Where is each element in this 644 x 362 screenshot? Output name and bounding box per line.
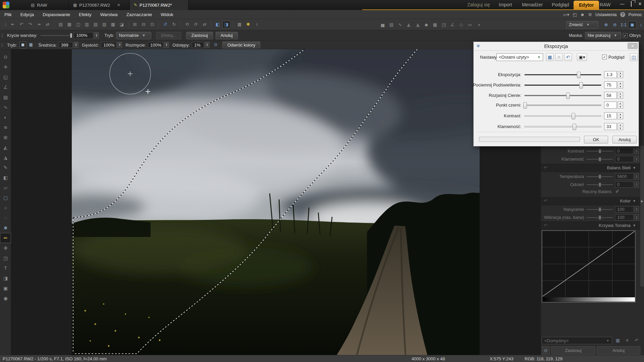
zoom-fit-height-button[interactable]: ↕: [637, 21, 644, 28]
quick-preview-icon[interactable]: ⊙: [542, 346, 550, 355]
clone-stamp-tool[interactable]: ⊞: [0, 132, 11, 142]
paste-button[interactable]: ⊟: [140, 21, 148, 28]
deform-button[interactable]: ◳: [440, 21, 448, 28]
minimize-button[interactable]: —: [618, 1, 626, 7]
help-button[interactable]: Pomoc: [629, 12, 642, 17]
export-button[interactable]: ◫: [74, 21, 82, 28]
white-balance-header[interactable]: ↶ Balans Bieli ▼: [541, 164, 640, 172]
zoom-fit-select[interactable]: Zmieść▼: [566, 21, 598, 28]
save-button[interactable]: ▦: [65, 21, 73, 28]
row-grip[interactable]: ⣿: [1, 43, 4, 47]
undo-history-button[interactable]: ↺: [161, 21, 169, 28]
move-selection-tool[interactable]: ✜: [0, 243, 11, 253]
side-preview-button[interactable]: ◧: [214, 21, 222, 28]
straighten-button[interactable]: ∠: [448, 21, 457, 28]
punkt-czerni-value[interactable]: 0: [604, 102, 617, 109]
preset-options-button[interactable]: ▣▾: [577, 53, 587, 61]
kontrast-dialog-stepper[interactable]: ▲▼: [618, 112, 623, 119]
collapse-icon[interactable]: ▼: [633, 199, 636, 203]
temperatura-slider[interactable]: [587, 176, 613, 177]
levels-button[interactable]: ▤: [387, 21, 395, 28]
delete-preset-button[interactable]: ✕: [555, 53, 563, 61]
rotate-left-button[interactable]: ⟲: [183, 21, 191, 28]
denoise-button[interactable]: ▩: [431, 21, 439, 28]
ekspozycja-stepper[interactable]: ▲▼: [618, 71, 623, 78]
compare-button[interactable]: ⇄: [44, 21, 52, 28]
curves-tool[interactable]: ∿: [0, 102, 11, 112]
preview-checkbox[interactable]: ✓: [602, 55, 607, 59]
sidebar-preset-select[interactable]: <Domyślny> ▼: [542, 337, 612, 344]
blur-tool[interactable]: ◮: [0, 153, 11, 163]
clipping-warning-button[interactable]: ✱: [244, 21, 252, 28]
frame-tool[interactable]: ▣: [0, 283, 11, 293]
highlights-button[interactable]: ◮: [414, 21, 422, 28]
rozjasnij-stepper[interactable]: ▲▼: [618, 92, 623, 99]
zoom-in-button[interactable]: ⊕: [602, 21, 610, 28]
lasso-tool[interactable]: ◌: [0, 213, 11, 223]
diameter-stepper[interactable]: ▲▼: [73, 42, 78, 48]
print-button[interactable]: ▥: [83, 21, 91, 28]
sidebar-apply-button[interactable]: Zastosuj: [551, 346, 595, 355]
curves-button[interactable]: ∿: [396, 21, 404, 28]
ekspozycja-value[interactable]: 1.3: [604, 71, 617, 78]
dialog-close-button[interactable]: ✕: [628, 43, 638, 49]
brush-picker-icon[interactable]: ⊙: [212, 42, 219, 48]
gear-icon[interactable]: ⚙: [588, 12, 592, 17]
menu-warstwa[interactable]: Warstwa: [96, 12, 122, 17]
fill-tool[interactable]: ◧: [0, 173, 11, 183]
flip-button[interactable]: ⇄: [201, 21, 209, 28]
collapse-icon[interactable]: ▼: [633, 224, 636, 227]
eyedropper-icon[interactable]: ✐: [615, 189, 619, 194]
blur-stepper[interactable]: ▲▼: [164, 42, 169, 48]
manual-balance-button[interactable]: Ręczny Balans: [582, 189, 611, 194]
save-preset-button[interactable]: ▦: [546, 53, 554, 61]
text-tool[interactable]: T: [0, 263, 11, 273]
sidebar-cancel-button[interactable]: Anuluj: [597, 346, 640, 355]
shadows-button[interactable]: ◭: [405, 21, 413, 28]
layer-opacity-slider[interactable]: [41, 32, 72, 39]
odcien-value[interactable]: 0: [615, 181, 634, 188]
crop-tool[interactable]: ◱: [0, 72, 11, 82]
ellipse-select-tool[interactable]: ○: [0, 203, 11, 213]
density-input[interactable]: 100%: [101, 42, 116, 48]
split-preview-button[interactable]: ◫: [630, 53, 638, 61]
menu-edycja[interactable]: Edycja: [16, 12, 39, 17]
klarownosc-value[interactable]: 0: [615, 156, 634, 162]
batch-button[interactable]: ▨: [100, 21, 108, 28]
tone-curve-editor[interactable]: [542, 230, 636, 303]
menu-efekty[interactable]: Efekty: [74, 12, 96, 17]
redo-history-button[interactable]: ↻: [170, 21, 178, 28]
collapse-icon[interactable]: ▼: [633, 166, 636, 170]
photo-landscape[interactable]: [72, 49, 480, 355]
mode-tab-podglad[interactable]: Podgląd: [552, 0, 569, 9]
rozjasnij-slider[interactable]: [524, 95, 601, 96]
cancel-layer-button[interactable]: Anuluj: [216, 32, 238, 39]
kontrast-dialog-value[interactable]: 15: [604, 112, 617, 119]
punkt-czerni-slider[interactable]: [524, 105, 601, 106]
diameter-input[interactable]: 399: [59, 42, 73, 48]
retouch-tool[interactable]: ≋: [0, 122, 11, 132]
first-image-button[interactable]: ↞: [9, 21, 17, 28]
pociemnij-value[interactable]: 75: [604, 81, 617, 88]
dialog-cancel-button[interactable]: Anuluj: [612, 136, 637, 143]
odcien-stepper[interactable]: ▲▼: [634, 181, 639, 188]
settings-button[interactable]: Ustawienia: [595, 12, 617, 17]
doc-tab-raw[interactable]: ▤ RAW: [27, 0, 69, 10]
add-selection-toggle[interactable]: ▣: [19, 42, 26, 48]
cast-display-icon[interactable]: ▭▾: [563, 12, 569, 17]
pan-tool[interactable]: ✛: [0, 62, 11, 72]
maximize-button[interactable]: [627, 1, 635, 7]
odcien-slider[interactable]: [587, 184, 613, 185]
layer-opacity-stepper[interactable]: ▲▼: [94, 32, 99, 39]
app-logo-icon[interactable]: [3, 2, 9, 8]
reset-section-icon[interactable]: ↶: [544, 198, 547, 203]
expand-panel-icon[interactable]: ▶: [641, 199, 643, 203]
punkt-czerni-stepper[interactable]: ▲▼: [618, 102, 623, 109]
close-tab-icon[interactable]: ✕: [117, 3, 120, 7]
ok-button[interactable]: OK: [584, 136, 608, 143]
last-image-button[interactable]: ↠: [35, 21, 43, 28]
canvas-area[interactable]: [11, 49, 541, 355]
scan-button[interactable]: ▧: [92, 21, 100, 28]
straighten-tool[interactable]: ∠: [0, 82, 11, 92]
wibracja-slider[interactable]: [587, 217, 613, 218]
